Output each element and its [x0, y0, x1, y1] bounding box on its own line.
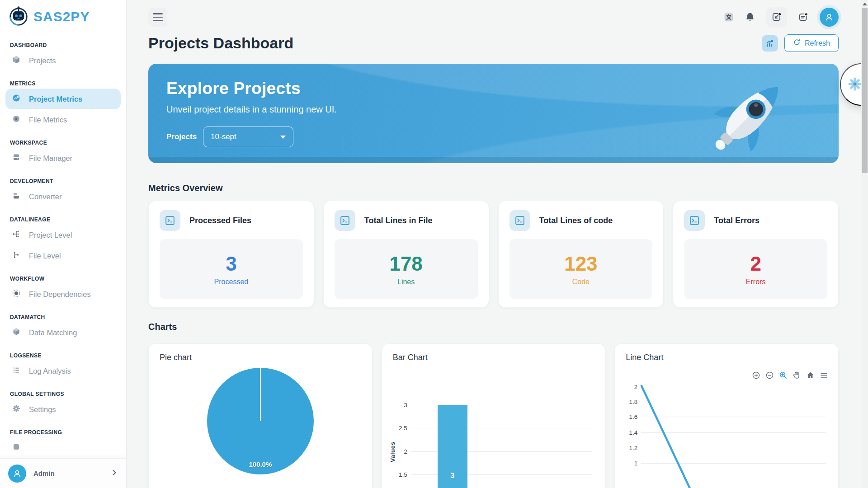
- refresh-button[interactable]: Refresh: [784, 34, 839, 52]
- sidebar-item-label: Log Analysis: [29, 367, 71, 375]
- metric-value: 178: [389, 253, 422, 275]
- sidebar-item-file-level[interactable]: File Level: [5, 245, 121, 266]
- sidebar-item-label: File Manager: [29, 154, 72, 163]
- y-tick: 1.5: [385, 471, 407, 478]
- bar-y-axis-label: Values: [389, 441, 396, 462]
- selected-project: 10-sept: [211, 132, 236, 141]
- metric-title: Total Errors: [714, 216, 760, 225]
- metric-value: 123: [564, 253, 597, 275]
- line-series: [615, 344, 839, 488]
- hamburger-menu-button[interactable]: [148, 8, 167, 27]
- chevron-right-icon[interactable]: [111, 469, 118, 478]
- sidebar-item-log-analysis[interactable]: Log Analysis: [5, 361, 121, 381]
- sidebar-item-file-manager[interactable]: File Manager: [5, 148, 121, 169]
- terminal-icon: [335, 210, 355, 231]
- bar-data-label: 3: [438, 472, 467, 480]
- terminal-icon: [509, 210, 530, 231]
- pie-slice-divider: [260, 368, 261, 421]
- app-window: SAS2PY DASHBOARD Projects METRICS Projec…: [0, 0, 868, 488]
- robot-logo-icon: [8, 5, 29, 28]
- metric-label: Lines: [397, 278, 415, 286]
- y-tick: 2.5: [385, 425, 407, 432]
- sidebar-item-project-metrics[interactable]: Project Metrics: [5, 89, 121, 109]
- user-name: Admin: [33, 469, 104, 477]
- section-title-metrics: METRICS: [10, 80, 116, 87]
- chevron-down-icon: [280, 136, 286, 139]
- user-avatar: [8, 465, 26, 483]
- section-title-development: DEVELOPMENT: [10, 178, 116, 184]
- chart-cards: Pie chart 100.0% Bar Chart 3 2.5: [148, 343, 839, 488]
- sidebar-item-label: Project Level: [29, 231, 72, 239]
- sidebar: SAS2PY DASHBOARD Projects METRICS Projec…: [0, 0, 127, 488]
- sidebar-item-label: File Dependencies: [29, 290, 91, 299]
- sidebar-item-label: Converter: [29, 192, 61, 201]
- metric-value: 2: [750, 253, 761, 275]
- profile-avatar-button[interactable]: [820, 8, 839, 27]
- bar-chart-card: Bar Chart 3 2.5 2 1.5 3 Values: [382, 343, 606, 488]
- topbar: [148, 0, 839, 28]
- sidebar-item-label: Data Matching: [29, 328, 77, 337]
- metric-label: Processed: [214, 278, 249, 286]
- sidebar-user-footer[interactable]: Admin: [0, 458, 126, 488]
- page-scrollbar[interactable]: [861, 0, 868, 488]
- sidebar-item-data-matching[interactable]: Data Matching: [5, 322, 121, 343]
- refresh-label: Refresh: [805, 39, 830, 47]
- chart-toggle-button[interactable]: [762, 35, 778, 52]
- metric-label: Errors: [746, 278, 766, 286]
- file-metrics-icon: [12, 114, 21, 125]
- scroll-up-arrow[interactable]: [863, 3, 867, 5]
- y-tick: 3: [385, 402, 407, 408]
- metric-title: Total Lines of code: [539, 216, 613, 225]
- page-title: Projects Dashboard: [148, 34, 293, 52]
- gear-icon: [847, 76, 863, 93]
- metric-title: Processed Files: [189, 216, 251, 225]
- sidebar-item-converter[interactable]: Converter: [5, 186, 121, 207]
- projects-label: Projects: [166, 132, 197, 141]
- sidebar-item-settings[interactable]: Settings: [5, 399, 121, 420]
- metric-card-total-errors: Total Errors 2 Errors: [673, 201, 839, 308]
- sidebar-item-project-level[interactable]: Project Level: [5, 225, 121, 245]
- metric-card-total-lines-in-file: Total Lines in File 178 Lines: [323, 201, 489, 308]
- cube-icon: [12, 55, 21, 66]
- project-select-dropdown[interactable]: 10-sept: [203, 127, 293, 147]
- explore-projects-banner: Explore Projects Unveil project details …: [148, 64, 839, 163]
- section-title-global-settings: GLOBAL SETTINGS: [10, 391, 116, 397]
- scrollbar-thumb[interactable]: [862, 8, 868, 173]
- charts-heading: Charts: [148, 322, 839, 332]
- section-title-datalineage: DATALINEAGE: [10, 216, 116, 223]
- sidebar-item-file-metrics[interactable]: File Metrics: [5, 109, 121, 130]
- section-title-file-processing: FILE PROCESSING: [10, 429, 116, 436]
- converter-icon: [12, 191, 21, 202]
- metric-card-processed-files: Processed Files 3 Processed: [148, 201, 314, 308]
- bar-chart[interactable]: 3 2.5 2 1.5 3 Values: [382, 344, 605, 488]
- sidebar-item-projects[interactable]: Projects: [5, 50, 121, 71]
- sidebar-item-label: File Metrics: [29, 116, 67, 124]
- notes-icon[interactable]: [798, 12, 809, 23]
- file-manager-icon: [12, 153, 21, 164]
- line-chart[interactable]: 2 1.8 1.6 1.4 1.2 1: [615, 344, 838, 488]
- bell-icon[interactable]: [745, 12, 755, 23]
- metric-card-total-lines-of-code: Total Lines of code 123 Code: [498, 201, 664, 308]
- metric-label: Code: [572, 278, 590, 286]
- translate-icon[interactable]: [724, 12, 734, 22]
- log-analysis-icon: [12, 366, 21, 376]
- settings-gear-icon: [12, 404, 21, 415]
- metrics-icon: [12, 94, 21, 104]
- pie-chart[interactable]: 100.0%: [207, 368, 314, 474]
- clipped-icon: [12, 442, 21, 453]
- sidebar-item-clipped[interactable]: [5, 437, 121, 458]
- sidebar-item-label: Projects: [29, 56, 56, 65]
- sidebar-item-label: Project Metrics: [29, 95, 82, 103]
- sidebar-item-file-dependencies[interactable]: File Dependencies: [5, 284, 121, 305]
- section-title-workspace: WORKSPACE: [10, 140, 116, 146]
- section-title-datamatch: DATAMATCH: [10, 314, 116, 320]
- brand-logo[interactable]: SAS2PY: [0, 0, 126, 30]
- pie-chart-card: Pie chart 100.0%: [148, 343, 373, 488]
- sidebar-item-label: Settings: [29, 405, 56, 414]
- data-matching-icon: [12, 327, 21, 338]
- pie-chart-title: Pie chart: [160, 353, 361, 362]
- dependencies-icon: [12, 289, 21, 300]
- line-chart-card: Line Chart 2 1.8: [614, 343, 839, 488]
- collapse-icon[interactable]: [766, 7, 787, 28]
- section-title-logsense: LOGSENSE: [10, 352, 116, 359]
